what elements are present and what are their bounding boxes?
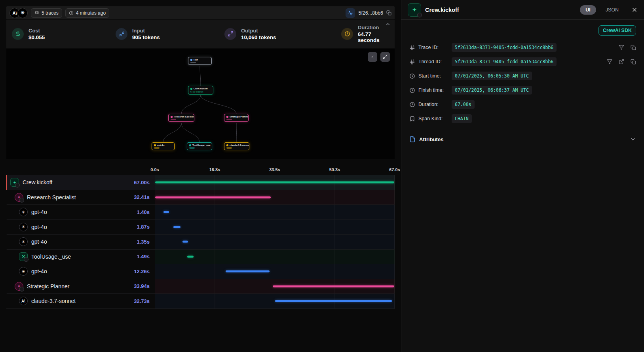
attributes-section-header[interactable]: Attributes: [409, 130, 636, 147]
chevron-up-icon: [385, 21, 391, 27]
filter-button[interactable]: [607, 59, 612, 64]
span-duration: 1.35s: [137, 239, 155, 245]
graph-node-run[interactable]: Run: [188, 57, 212, 65]
trace-activity-button[interactable]: [346, 8, 355, 18]
stat-input: Input905 tokens: [116, 25, 224, 43]
collapse-stats-button[interactable]: [385, 21, 391, 28]
span-bar[interactable]: [275, 300, 392, 302]
copy-button[interactable]: [631, 59, 636, 64]
span-name: Research Specialist: [27, 194, 76, 201]
agent-icon: ✦: [15, 193, 23, 202]
hash-icon: [409, 45, 415, 51]
node-label: Run: [194, 59, 198, 61]
span-bar[interactable]: [163, 211, 169, 213]
graph-node-claude[interactable]: claude-3.7-sonnet: [224, 142, 249, 150]
field-spankind: Span Kind:CHAIN: [409, 112, 636, 126]
stat-value: 10,060 tokens: [241, 34, 276, 40]
funnel-icon: [607, 59, 612, 64]
span-bar[interactable]: [155, 196, 271, 198]
graph-edge: [181, 123, 199, 142]
span-bar[interactable]: [155, 182, 394, 184]
field-value[interactable]: 5f2613da-8371-9405-fcdd-0a1534cc8bb6: [452, 57, 557, 66]
node-label: gpt-4o: [157, 144, 164, 146]
timeline-row[interactable]: ✦Strategic Planner33.94s: [6, 279, 395, 294]
timeline-row[interactable]: ⚒ToolUsage._use1.49s: [6, 249, 395, 264]
field-value[interactable]: 07/01/2025, 06:06:37 AM UTC: [452, 86, 532, 95]
trace-topbar: A\ ✳ 5 traces 4 minutes ago 5f26...8bb6: [6, 6, 395, 19]
open-button[interactable]: [619, 59, 624, 64]
copy-icon: [631, 45, 636, 50]
timeline-axis-spacer: [6, 159, 155, 175]
crewai-icon: ✦: [408, 3, 421, 17]
traces-count-badge[interactable]: 5 traces: [31, 8, 62, 18]
span-name: gpt-4o: [31, 224, 47, 230]
span-name: Strategic Planner: [27, 283, 69, 290]
graph-node-gpt-4o[interactable]: gpt-4o: [152, 142, 175, 150]
trace-graph: RunCrew.kickoff67.00 secondsResearch Spe…: [6, 49, 395, 159]
node-icon: [154, 144, 156, 146]
traces-count-label: 5 traces: [42, 10, 59, 16]
timeline-row[interactable]: ✦Crew.kickoff67.00s: [6, 175, 395, 190]
timeline-row[interactable]: ✳gpt-4o1.87s: [6, 220, 395, 235]
file-icon: [409, 136, 416, 142]
close-icon: [631, 7, 638, 13]
tab-ui[interactable]: UI: [580, 5, 596, 15]
detail-panel: ✦ Crew.kickoff UI JSON CrewAI SDK Trace …: [401, 0, 644, 352]
span-bar[interactable]: [187, 255, 193, 257]
graph-expand-button[interactable]: [380, 52, 390, 62]
external-icon: [619, 59, 624, 64]
provider-logos: A\ ✳: [9, 8, 28, 18]
anthropic-logo-icon: A\: [19, 297, 28, 305]
timeline-row[interactable]: ✳gpt-4o12.26s: [6, 264, 395, 279]
clock-icon: [341, 28, 353, 40]
node-icon: [190, 59, 192, 61]
field-threadid: Thread ID:5f2613da-8371-9405-fcdd-0a1534…: [409, 55, 636, 69]
span-track: [155, 235, 395, 249]
field-value[interactable]: 67.00s: [452, 100, 475, 109]
timeline-row[interactable]: ✦Research Specialist32.41s: [6, 190, 395, 205]
copy-trace-id-button[interactable]: [386, 10, 391, 15]
field-value[interactable]: 5f2613da-8371-9405-fcdd-0a1534cc8bb6: [452, 43, 557, 52]
tab-json[interactable]: JSON: [600, 5, 624, 15]
graph-node-toolusage[interactable]: ToolUsage._use: [187, 142, 212, 150]
span-duration: 33.94s: [134, 283, 155, 289]
stat-label: Output: [241, 28, 276, 34]
stat-label: Cost: [28, 28, 45, 34]
field-duration: Duration:67.00s: [409, 97, 636, 112]
field-actions: [619, 45, 636, 50]
graph-close-button[interactable]: [368, 52, 377, 62]
span-track: [155, 279, 395, 294]
axis-tick-label: 0.0s: [150, 167, 159, 172]
graph-node-strategic-planner[interactable]: Strategic Planner: [224, 114, 249, 122]
span-duration: 32.73s: [134, 298, 155, 304]
field-value[interactable]: CHAIN: [452, 114, 472, 123]
clock-icon: [409, 87, 415, 93]
panel-close-button[interactable]: [631, 7, 638, 13]
node-label: ToolUsage._use: [192, 144, 211, 146]
timeline-row[interactable]: ✳gpt-4o1.40s: [6, 204, 395, 220]
activity-icon: [348, 10, 353, 16]
span-track: [155, 250, 395, 264]
span-duration: 32.41s: [134, 194, 155, 200]
graph-node-research-specialist[interactable]: Research Specialist: [168, 114, 194, 122]
field-value[interactable]: 07/01/2025, 06:05:30 AM UTC: [452, 72, 532, 80]
trace-short-id: 5f26...8bb6: [358, 10, 383, 16]
span-bar[interactable]: [182, 241, 188, 243]
timeline-row[interactable]: A\claude-3.7-sonnet32.73s: [6, 293, 395, 308]
stat-output: Output10,060 tokens: [224, 25, 341, 43]
graph-node-crew-kickoff[interactable]: Crew.kickoff67.00 seconds: [188, 86, 213, 95]
node-icon: [226, 116, 228, 118]
span-name: gpt-4o: [31, 268, 47, 274]
funnel-icon: [619, 45, 624, 50]
span-bar[interactable]: [226, 271, 269, 273]
node-tag: [226, 147, 232, 149]
field-actions: [607, 59, 636, 64]
copy-button[interactable]: [631, 45, 636, 50]
timeline-row[interactable]: ✳gpt-4o1.35s: [6, 234, 395, 249]
span-bar[interactable]: [273, 285, 394, 287]
span-duration: 1.87s: [137, 224, 155, 230]
filter-button[interactable]: [619, 45, 624, 50]
openai-logo-icon: ✳: [19, 208, 28, 216]
tool-icon: ⚒: [19, 252, 28, 261]
span-bar[interactable]: [173, 226, 180, 228]
